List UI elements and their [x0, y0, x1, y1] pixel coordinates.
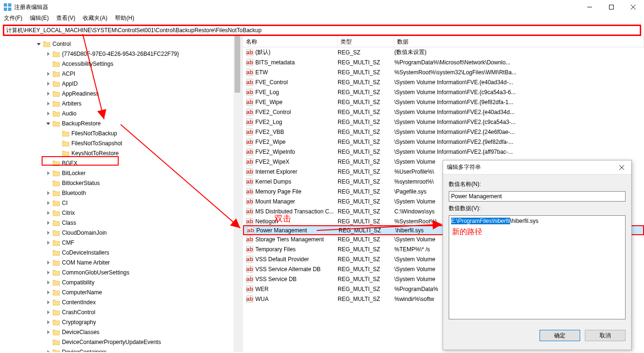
- expand-icon[interactable]: [45, 231, 52, 235]
- tree-item[interactable]: BitlockerStatus: [0, 178, 241, 188]
- expand-icon[interactable]: [45, 320, 52, 324]
- tree-item[interactable]: DeviceClasses: [0, 327, 241, 337]
- expand-icon[interactable]: [45, 271, 52, 274]
- tree-item[interactable]: FilesNotToBackup: [0, 128, 241, 138]
- folder-icon: [52, 200, 60, 206]
- svg-text:ab: ab: [246, 198, 253, 205]
- value-row[interactable]: abFVE_ControlREG_MULTI_SZ\System Volume …: [243, 77, 644, 87]
- maximize-button[interactable]: [600, 0, 622, 14]
- col-header-name[interactable]: 名称: [243, 36, 338, 47]
- tree-item-label: BitlockerStatus: [62, 180, 100, 186]
- tree-item[interactable]: KeysNotToRestore: [0, 148, 241, 158]
- expand-icon[interactable]: [45, 191, 52, 195]
- menu-edit[interactable]: 编辑(E): [30, 14, 49, 24]
- menu-favorites[interactable]: 收藏夹(A): [83, 14, 107, 24]
- expand-icon[interactable]: [45, 261, 52, 265]
- expand-icon[interactable]: [45, 291, 52, 294]
- tree-item-label: ContentIndex: [62, 299, 96, 306]
- col-header-type[interactable]: 类型: [338, 36, 394, 47]
- tree-item[interactable]: AppID: [0, 79, 241, 88]
- tree-item[interactable]: AccessibilitySettings: [0, 59, 241, 69]
- tree-item[interactable]: FilesNotToSnapshot: [0, 138, 241, 148]
- value-row[interactable]: abFVE2_WipeREG_MULTI_SZ\System Volume In…: [243, 137, 644, 147]
- tree-item[interactable]: Control: [0, 39, 241, 49]
- value-row[interactable]: abFVE_WipeREG_MULTI_SZ\System Volume Inf…: [243, 97, 644, 107]
- minimize-button[interactable]: [579, 0, 600, 14]
- tree-item[interactable]: DeviceContainers: [0, 347, 241, 352]
- dialog-titlebar[interactable]: 编辑多字符串: [443, 160, 631, 175]
- tree-item[interactable]: CommonGlobUserSettings: [0, 267, 241, 277]
- tree-item[interactable]: Cryptography: [0, 317, 241, 327]
- expand-icon[interactable]: [45, 112, 52, 115]
- value-row[interactable]: abFVE2_ControlREG_MULTI_SZ\System Volume…: [243, 107, 644, 117]
- tree-item[interactable]: CoDeviceInstallers: [0, 247, 241, 257]
- tree-item[interactable]: ComputerName: [0, 287, 241, 297]
- close-button[interactable]: [622, 0, 644, 14]
- tree-item[interactable]: CrashControl: [0, 307, 241, 317]
- svg-text:ab: ab: [246, 236, 253, 243]
- tree-item[interactable]: Class: [0, 218, 241, 228]
- expand-icon[interactable]: [45, 102, 52, 106]
- tree-item[interactable]: CMF: [0, 238, 241, 247]
- tree-item[interactable]: {7746D80F-97E0-4E26-9543-26B41FC22F79}: [0, 49, 241, 59]
- tree-scrollbar-thumb[interactable]: [235, 36, 240, 93]
- value-name: Netlogon: [255, 218, 278, 225]
- dialog-close-button[interactable]: [612, 160, 631, 175]
- expand-icon[interactable]: [45, 171, 52, 175]
- expand-icon[interactable]: [45, 72, 52, 76]
- value-row[interactable]: abFVE_LogREG_MULTI_SZ\System Volume Info…: [243, 87, 644, 97]
- value-name-input[interactable]: Power Management: [449, 191, 626, 202]
- tree-item[interactable]: BGFX: [0, 158, 241, 168]
- expand-icon[interactable]: [45, 221, 52, 225]
- collapse-icon[interactable]: [35, 42, 42, 46]
- address-bar[interactable]: 计算机\HKEY_LOCAL_MACHINE\SYSTEM\ControlSet…: [3, 25, 641, 36]
- tree-item[interactable]: CloudDomainJoin: [0, 228, 241, 238]
- value-row[interactable]: abFVE2_LogREG_MULTI_SZ\System Volume Inf…: [243, 117, 644, 127]
- value-name: MS Distributed Transaction C...: [255, 208, 334, 215]
- expand-icon[interactable]: [45, 300, 52, 304]
- menu-view[interactable]: 查看(V): [56, 14, 75, 24]
- expand-icon[interactable]: [45, 281, 52, 284]
- expand-icon[interactable]: [45, 211, 52, 215]
- tree-item[interactable]: AppReadiness: [0, 88, 241, 98]
- expand-icon[interactable]: [45, 201, 52, 205]
- tree-item[interactable]: Arbiters: [0, 98, 241, 108]
- ok-button[interactable]: 确定: [540, 330, 580, 341]
- expand-icon[interactable]: [45, 241, 52, 245]
- collapse-icon[interactable]: [45, 122, 52, 125]
- value-data: \System Volume Information\FVE.{e40ad34d…: [394, 79, 644, 86]
- expand-icon[interactable]: [45, 82, 52, 86]
- value-row[interactable]: abBITS_metadataREG_MULTI_SZ%ProgramData%…: [243, 57, 644, 67]
- value-row[interactable]: abFVE2_WipeInfoREG_MULTI_SZ\System Volum…: [243, 147, 644, 157]
- tree-item[interactable]: BitLocker: [0, 168, 241, 178]
- value-name: Memory Page File: [255, 188, 301, 195]
- tree-item[interactable]: Compatibility: [0, 277, 241, 287]
- tree-item[interactable]: ACPI: [0, 69, 241, 79]
- folder-icon: [52, 349, 60, 353]
- tree-item[interactable]: BackupRestore: [0, 118, 241, 128]
- expand-icon[interactable]: [45, 310, 52, 314]
- cancel-button[interactable]: 取消: [585, 330, 626, 341]
- tree-item[interactable]: Audio: [0, 108, 241, 118]
- tree-item[interactable]: ContentIndex: [0, 297, 241, 307]
- expand-icon[interactable]: [45, 92, 52, 96]
- tree-item[interactable]: Citrix: [0, 208, 241, 218]
- tree-scrollbar[interactable]: [234, 36, 241, 352]
- expand-icon[interactable]: [45, 330, 52, 334]
- tree-item[interactable]: COM Name Arbiter: [0, 257, 241, 267]
- tree-pane[interactable]: Control{7746D80F-97E0-4E26-9543-26B41FC2…: [0, 36, 241, 352]
- tree-item[interactable]: CI: [0, 198, 241, 208]
- svg-text:ab: ab: [246, 188, 253, 195]
- expand-icon[interactable]: [45, 350, 52, 353]
- col-header-data[interactable]: 数据: [394, 36, 644, 47]
- value-name: FVE2_Wipe: [255, 139, 286, 145]
- value-row[interactable]: abFVE2_VBBREG_MULTI_SZ\System Volume Inf…: [243, 127, 644, 137]
- tree-item[interactable]: Bluetooth: [0, 188, 241, 198]
- tree-item[interactable]: DeviceContainerPropertyUpdateEvents: [0, 337, 241, 347]
- value-row[interactable]: ab(默认)REG_SZ(数值未设置): [243, 47, 644, 57]
- value-row[interactable]: abETWREG_MULTI_SZ%SystemRoot%\system32\L…: [243, 67, 644, 77]
- menu-file[interactable]: 文件(F): [4, 14, 22, 24]
- expand-icon[interactable]: [45, 52, 52, 56]
- value-data-textarea[interactable]: E:\ProgramFiles\hiberfil\hiberfil.sys 新的…: [449, 215, 626, 319]
- menu-help[interactable]: 帮助(H): [115, 14, 134, 24]
